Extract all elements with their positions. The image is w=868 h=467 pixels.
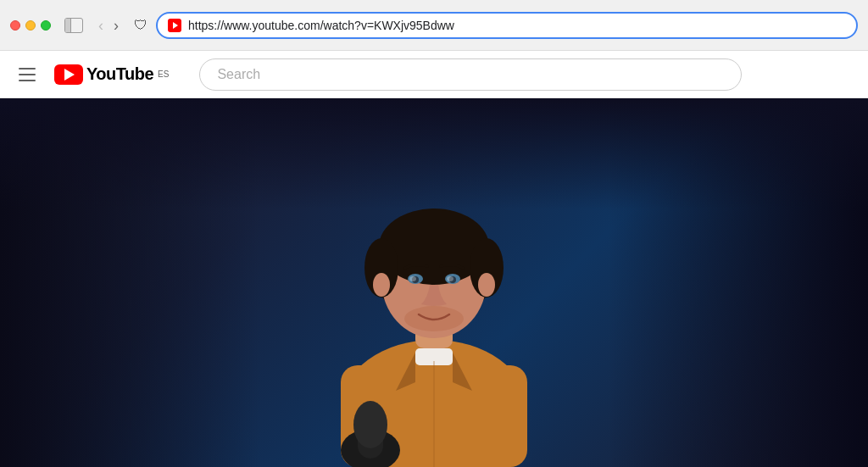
svg-point-16 — [404, 306, 464, 331]
youtube-header: YouTube ES — [0, 51, 868, 98]
svg-point-14 — [409, 276, 416, 281]
search-input[interactable] — [199, 58, 742, 91]
browser-chrome: ‹ › 🛡 https://www.youtube.com/watch?v=KW… — [0, 0, 868, 51]
nav-arrows: ‹ › — [95, 16, 122, 35]
url-display: https://www.youtube.com/watch?v=KWXjv95B… — [188, 19, 454, 32]
back-arrow[interactable]: ‹ — [95, 16, 107, 35]
youtube-logo-icon — [54, 64, 83, 85]
svg-point-20 — [353, 401, 387, 448]
address-bar[interactable]: https://www.youtube.com/watch?v=KWXjv95B… — [156, 12, 858, 39]
youtube-country-badge: ES — [158, 69, 169, 79]
search-container — [199, 58, 742, 91]
youtube-logo-text: YouTube — [86, 64, 153, 84]
video-player[interactable] — [0, 98, 868, 467]
minimize-button[interactable] — [25, 20, 36, 31]
hamburger-line-2 — [19, 74, 36, 75]
play-triangle-icon — [64, 69, 75, 81]
svg-point-15 — [447, 276, 453, 281]
forward-arrow[interactable]: › — [110, 16, 122, 35]
shield-icon: 🛡 — [134, 18, 147, 33]
close-button[interactable] — [10, 20, 20, 31]
youtube-favicon-icon — [168, 19, 181, 32]
maximize-button[interactable] — [41, 20, 51, 31]
video-person — [290, 117, 578, 467]
svg-point-22 — [373, 273, 390, 297]
hamburger-line-3 — [19, 80, 36, 81]
video-thumbnail — [0, 98, 868, 467]
traffic-lights — [10, 20, 51, 31]
hamburger-line-1 — [19, 68, 36, 69]
hamburger-menu[interactable] — [14, 63, 41, 86]
youtube-logo[interactable]: YouTube ES — [54, 64, 169, 85]
svg-point-23 — [478, 273, 495, 297]
person-svg — [290, 136, 578, 467]
sidebar-toggle-icon[interactable] — [64, 18, 83, 33]
